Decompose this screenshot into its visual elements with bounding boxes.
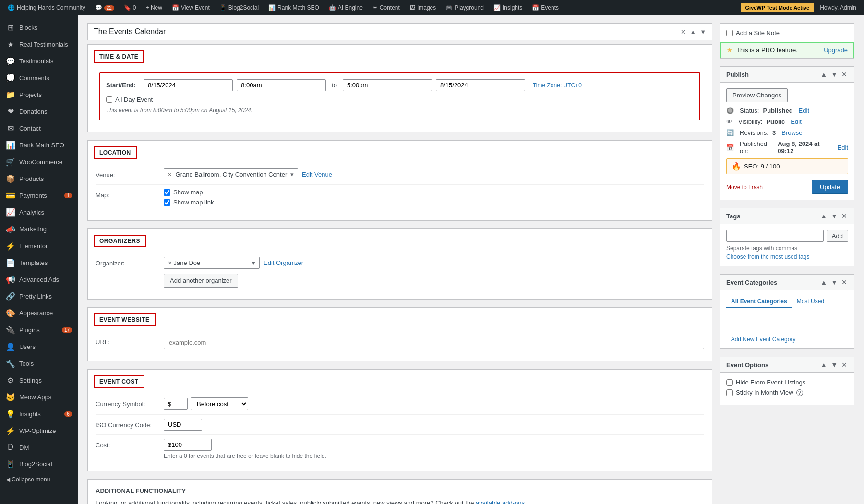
end-time-input[interactable]: [343, 79, 432, 91]
url-input[interactable]: [164, 336, 704, 349]
sidebar-item-products[interactable]: 📦 Products: [0, 170, 78, 187]
sidebar-item-comments[interactable]: 💭 Comments: [0, 70, 78, 86]
published-edit-link[interactable]: Edit: [838, 144, 848, 151]
publish-close-btn[interactable]: ✕: [840, 71, 848, 78]
add-new-category-link[interactable]: + Add New Event Category: [726, 336, 795, 343]
sidebar-item-rank-math-seo[interactable]: 📊 Rank Math SEO: [0, 137, 78, 154]
tags-close-btn[interactable]: ✕: [840, 212, 848, 220]
start-date-input[interactable]: [144, 79, 233, 91]
cat-tab-most-used[interactable]: Most Used: [792, 296, 829, 308]
location-section: LOCATION Venue: × Grand Ballroom, City C…: [87, 140, 712, 221]
sidebar-item-payments[interactable]: 💳 Payments 1: [0, 187, 78, 204]
sidebar-item-donations[interactable]: ❤ Donations: [0, 103, 78, 120]
adminbar-givewp[interactable]: GiveWP Test Mode Active: [741, 3, 815, 12]
preview-changes-button[interactable]: Preview Changes: [726, 88, 788, 102]
header-close-icon[interactable]: ✕: [681, 28, 686, 36]
header-up-icon[interactable]: ▲: [690, 28, 696, 36]
sidebar-item-settings[interactable]: ⚙ Settings: [0, 372, 78, 389]
move-trash-link[interactable]: Move to Trash: [726, 184, 763, 191]
add-organizer-button[interactable]: Add another organizer: [164, 274, 238, 288]
event-cats-close-btn[interactable]: ✕: [840, 278, 848, 286]
revisions-browse-link[interactable]: Browse: [781, 129, 802, 136]
adminbar-howdy[interactable]: Howdy, Admin: [816, 4, 860, 11]
event-opts-collapse-down-btn[interactable]: ▼: [830, 361, 839, 369]
organizer-select[interactable]: × Jane Doe ▾: [164, 257, 260, 269]
adminbar-playground[interactable]: 🎮 Playground: [442, 0, 488, 15]
publish-collapse-up-btn[interactable]: ▲: [819, 71, 828, 78]
end-date-input[interactable]: [436, 79, 525, 91]
sidebar-item-elementor[interactable]: ⚡ Elementor: [0, 238, 78, 254]
cost-label: Cost:: [96, 439, 158, 449]
appearance-icon: 🎨: [6, 309, 15, 318]
available-addons-link[interactable]: available add-ons: [476, 499, 525, 504]
before-cost-select[interactable]: Before cost After cost: [191, 397, 248, 410]
iso-currency-input[interactable]: [164, 419, 202, 431]
organizer-remove-icon[interactable]: ×: [168, 259, 172, 266]
adminbar-comments[interactable]: 💬 22: [91, 0, 118, 15]
cat-tab-all[interactable]: All Event Categories: [726, 296, 792, 308]
sidebar-item-blog2social[interactable]: 📱 Blog2Social: [0, 456, 78, 472]
adminbar-view-event[interactable]: 📅 View Event: [168, 0, 214, 15]
adminbar-rank-math[interactable]: 📊 Rank Math SEO: [264, 0, 323, 15]
edit-organizer-link[interactable]: Edit Organizer: [264, 259, 303, 266]
status-edit-link[interactable]: Edit: [799, 107, 809, 114]
venue-select[interactable]: × Grand Ballroom, City Convention Center…: [164, 168, 298, 180]
tags-collapse-down-btn[interactable]: ▼: [830, 212, 839, 220]
show-map-checkbox[interactable]: [164, 189, 170, 196]
tags-add-button[interactable]: Add: [827, 230, 848, 242]
collapse-menu[interactable]: ◀ Collapse menu: [0, 472, 78, 487]
sidebar-item-testimonials[interactable]: 💬 Testimonials: [0, 53, 78, 70]
currency-symbol-input[interactable]: [164, 398, 188, 410]
update-button[interactable]: Update: [812, 180, 848, 194]
tags-panel-title: Tags: [726, 213, 740, 220]
adminbar-blog2social[interactable]: 📱 Blog2Social: [216, 0, 263, 15]
sidebar-item-analytics[interactable]: 📈 Analytics: [0, 204, 78, 221]
adminbar-site[interactable]: 🌐 Helping Hands Community: [4, 0, 89, 15]
visibility-edit-link[interactable]: Edit: [791, 118, 801, 125]
timezone-link[interactable]: Time Zone: UTC+0: [533, 82, 582, 89]
cost-input[interactable]: [164, 439, 212, 451]
add-site-note-checkbox[interactable]: [726, 30, 733, 36]
tags-collapse-up-btn[interactable]: ▲: [819, 212, 828, 220]
sidebar-item-wp-optimize[interactable]: ⚡ WP-Optimize: [0, 422, 78, 439]
sidebar-item-advanced-ads[interactable]: 📢 Advanced Ads: [0, 271, 78, 288]
header-down-icon[interactable]: ▼: [700, 28, 706, 36]
sidebar-item-tools[interactable]: 🔧 Tools: [0, 355, 78, 372]
sidebar-item-contact[interactable]: ✉ Contact: [0, 120, 78, 137]
adminbar-insights[interactable]: 📈 Insights: [490, 0, 526, 15]
event-opts-collapse-up-btn[interactable]: ▲: [819, 361, 828, 369]
adminbar-drafts[interactable]: 🔖 0: [120, 0, 140, 15]
adminbar-new[interactable]: + New: [142, 0, 166, 15]
adminbar-events[interactable]: 📅 Events: [528, 0, 563, 15]
adminbar-images[interactable]: 🖼 Images: [406, 0, 440, 15]
start-time-input[interactable]: [237, 79, 326, 91]
sidebar-item-real-testimonials[interactable]: ★ Real Testimonials: [0, 36, 78, 53]
event-cats-collapse-up-btn[interactable]: ▲: [819, 278, 828, 286]
sidebar-item-projects[interactable]: 📁 Projects: [0, 86, 78, 103]
sidebar-item-woocommerce[interactable]: 🛒 WooCommerce: [0, 154, 78, 170]
sidebar-item-appearance[interactable]: 🎨 Appearance: [0, 305, 78, 322]
event-opts-close-btn[interactable]: ✕: [840, 361, 848, 369]
event-cats-collapse-down-btn[interactable]: ▼: [830, 278, 839, 286]
publish-collapse-down-btn[interactable]: ▼: [830, 71, 839, 78]
sidebar-item-users[interactable]: 👤 Users: [0, 338, 78, 355]
pro-upgrade-link[interactable]: Upgrade: [824, 47, 848, 54]
sticky-month-view-checkbox[interactable]: [726, 389, 733, 396]
sidebar-item-blocks[interactable]: ⊞ Blocks: [0, 19, 78, 36]
sidebar-item-plugins[interactable]: 🔌 Plugins 17: [0, 322, 78, 338]
adminbar-ai-engine[interactable]: 🤖 AI Engine: [325, 0, 367, 15]
sidebar-item-insights[interactable]: 💡 Insights 6: [0, 406, 78, 422]
sidebar-item-templates[interactable]: 📄 Templates: [0, 254, 78, 271]
sidebar-item-pretty-links[interactable]: 🔗 Pretty Links: [0, 288, 78, 305]
sidebar-item-divi[interactable]: D Divi: [0, 439, 78, 456]
sidebar-item-meow-apps[interactable]: 🐱 Meow Apps: [0, 389, 78, 406]
adminbar-content[interactable]: ☀ Content: [369, 0, 404, 15]
venue-remove-icon[interactable]: ×: [168, 171, 172, 178]
all-day-checkbox[interactable]: [106, 96, 112, 103]
tags-most-used-link[interactable]: Choose from the most used tags: [726, 253, 848, 260]
edit-venue-link[interactable]: Edit Venue: [302, 171, 332, 178]
sidebar-item-marketing[interactable]: 📣 Marketing: [0, 221, 78, 238]
hide-from-listings-checkbox[interactable]: [726, 379, 733, 386]
tags-input[interactable]: [726, 230, 824, 242]
show-map-link-checkbox[interactable]: [164, 199, 170, 206]
